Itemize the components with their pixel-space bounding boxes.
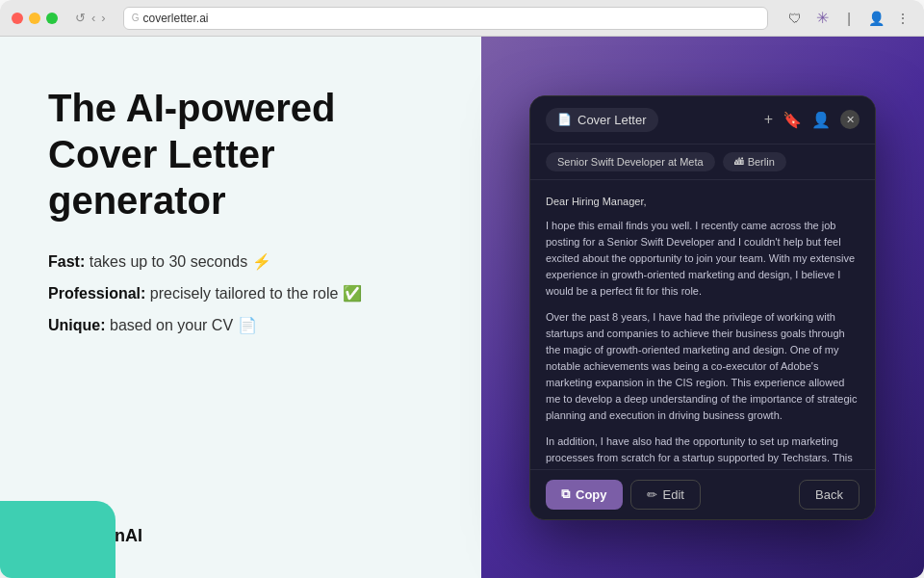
browser-nav: ↺ ‹ › <box>75 11 106 25</box>
page-title: The AI-powered Cover Letter generator <box>48 85 433 223</box>
right-panel: 📄 Cover Letter + 🔖 👤 ✕ Senior Swift Deve… <box>481 37 924 578</box>
copy-icon: ⧉ <box>561 486 570 502</box>
teal-accent-decoration <box>0 501 116 578</box>
forward-button[interactable]: › <box>101 11 105 25</box>
job-tag-text: Senior Swift Developer at Meta <box>557 156 704 168</box>
feature-professional-key: Professional: <box>48 285 145 302</box>
letter-para-3: In addition, I have also had the opportu… <box>546 434 860 468</box>
modal-header: 📄 Cover Letter + 🔖 👤 ✕ <box>530 96 875 144</box>
back-button[interactable]: ‹ <box>91 11 95 25</box>
feature-fast: Fast: takes up to 30 seconds ⚡ <box>48 252 433 271</box>
location-tag-text: Berlin <box>748 156 775 168</box>
features-list: Fast: takes up to 30 seconds ⚡ Professio… <box>48 252 433 334</box>
edit-label: Edit <box>663 487 684 502</box>
location-tag: 🏙 Berlin <box>723 152 786 171</box>
feature-fast-key: Fast: <box>48 253 85 270</box>
browser-titlebar: ↺ ‹ › G coverletter.ai 🛡 ✳ | 👤 ⋮ <box>0 0 924 37</box>
feature-unique-value: based on your CV 📄 <box>110 317 257 333</box>
shield-icon[interactable]: 🛡 <box>785 9 805 28</box>
back-button[interactable]: Back <box>799 480 860 510</box>
letter-para-1: I hope this email finds you well. I rece… <box>546 218 860 300</box>
divider: | <box>839 9 859 28</box>
refresh-button[interactable]: ↺ <box>75 11 86 25</box>
copy-label: Copy <box>576 487 607 502</box>
avatar-icon[interactable]: 👤 <box>866 9 886 28</box>
feature-professional-value: precisely tailored to the role ✅ <box>150 285 362 302</box>
modal-title-text: Cover Letter <box>578 113 647 127</box>
close-window-button[interactable] <box>12 13 23 24</box>
footer-left-actions: ⧉ Copy ✏ Edit <box>546 480 701 510</box>
puzzle-icon[interactable]: ✳ <box>812 9 832 28</box>
feature-unique-key: Unique: <box>48 317 106 333</box>
left-panel: The AI-powered Cover Letter generator Fa… <box>0 37 481 578</box>
browser-extensions: 🛡 ✳ | 👤 ⋮ <box>785 9 912 28</box>
bookmark-icon[interactable]: 🔖 <box>783 111 802 129</box>
feature-unique: Unique: based on your CV 📄 <box>48 316 433 334</box>
maximize-window-button[interactable] <box>46 13 58 24</box>
job-tag: Senior Swift Developer at Meta <box>546 152 715 171</box>
modal-footer: ⧉ Copy ✏ Edit Back <box>530 469 875 519</box>
cover-letter-modal: 📄 Cover Letter + 🔖 👤 ✕ Senior Swift Deve… <box>529 95 876 520</box>
feature-fast-value: takes up to 30 seconds ⚡ <box>90 253 271 270</box>
edit-icon: ✏ <box>647 487 657 502</box>
google-icon: G <box>132 13 140 23</box>
modal-body: Dear Hiring Manager, I hope this email f… <box>530 180 875 469</box>
edit-button[interactable]: ✏ Edit <box>630 480 701 510</box>
browser-content: The AI-powered Cover Letter generator Fa… <box>0 37 924 578</box>
minimize-window-button[interactable] <box>29 13 40 24</box>
more-options-icon[interactable]: ⋮ <box>893 9 912 28</box>
modal-tags: Senior Swift Developer at Meta 🏙 Berlin <box>530 144 875 180</box>
traffic-lights <box>12 13 58 24</box>
browser-window: ↺ ‹ › G coverletter.ai 🛡 ✳ | 👤 ⋮ The AI-… <box>0 0 924 578</box>
doc-icon: 📄 <box>557 113 572 126</box>
close-modal-button[interactable]: ✕ <box>840 110 860 129</box>
modal-header-actions: + 🔖 👤 ✕ <box>764 110 860 129</box>
letter-salutation: Dear Hiring Manager, <box>546 194 860 210</box>
location-icon: 🏙 <box>734 156 744 167</box>
add-icon[interactable]: + <box>764 111 773 128</box>
modal-title-pill: 📄 Cover Letter <box>546 108 658 132</box>
user-icon[interactable]: 👤 <box>811 111 831 129</box>
letter-para-2: Over the past 8 years, I have had the pr… <box>546 309 860 424</box>
feature-professional: Professional: precisely tailored to the … <box>48 284 433 302</box>
copy-button[interactable]: ⧉ Copy <box>546 480 623 510</box>
address-text: coverletter.ai <box>142 12 208 25</box>
address-bar[interactable]: G coverletter.ai <box>123 7 768 30</box>
